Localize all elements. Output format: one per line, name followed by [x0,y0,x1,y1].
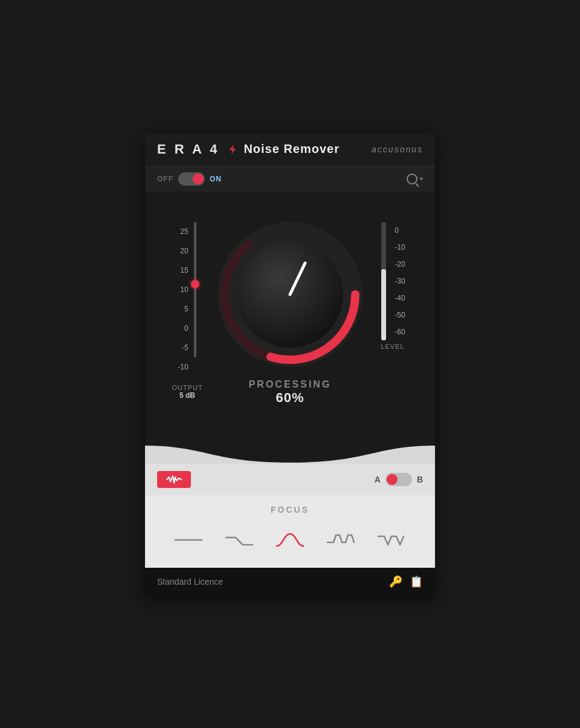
bandpass-filter-icon [274,529,306,551]
output-value: 5 dB [172,391,202,400]
scale-mark-neg10: -10 [178,357,188,377]
search-icon [407,174,417,184]
level-mark-neg30: -30 [395,273,405,290]
level-label: LEVEL [381,343,404,350]
dropdown-arrow-icon: ▾ [420,175,423,182]
main-inner: 25 20 15 10 5 0 -5 -10 OUTPUT [157,204,423,418]
off-label: OFF [157,175,173,183]
search-button[interactable]: ▾ [407,174,423,184]
filter-shape-lowshelf[interactable] [221,527,257,556]
scale-mark-25: 25 [180,222,188,241]
level-mark-neg60: -60 [395,323,405,340]
ab-a-label: A [375,475,381,484]
output-slider-section: 25 20 15 10 5 0 -5 -10 OUTPUT [163,216,211,400]
controls-bar: OFF ON ▾ [145,166,435,192]
power-toggle-area[interactable]: OFF ON [157,172,222,186]
level-mark-neg20: -20 [395,256,405,273]
processing-label: PROCESSING [249,379,332,390]
output-slider-handle[interactable] [191,280,199,288]
ab-toggle[interactable]: A B [375,473,423,486]
waveform-button[interactable] [157,471,191,488]
output-scale-row: 25 20 15 10 5 0 -5 -10 [178,222,196,377]
scale-mark-20: 20 [180,241,188,261]
level-scale-row: 0 -10 -20 -30 -40 -50 -60 [380,222,405,340]
processing-section: PROCESSING 60% [249,373,332,418]
main-panel: 25 20 15 10 5 0 -5 -10 OUTPUT [145,192,435,446]
level-mark-neg50: -50 [395,307,405,323]
plugin-name-label: Noise Remover [243,142,340,156]
ab-b-label: B [417,475,423,484]
power-toggle-switch[interactable] [178,172,205,186]
header-left: E R A 4 Noise Remover [157,141,340,157]
focus-title: FOCUS [157,505,423,515]
licence-text: Standard Licence [157,577,223,587]
slider-track-bg [194,222,196,357]
output-slider-track[interactable] [193,222,197,357]
key-icon[interactable]: 🔑 [389,575,402,588]
output-label: OUTPUT [172,384,202,391]
ab-switch[interactable] [385,473,412,486]
level-mark-neg10: -10 [395,239,405,256]
scale-mark-neg5: -5 [182,338,188,357]
footer-icons: 🔑 📋 [389,575,423,588]
level-meter-section: 0 -10 -20 -30 -40 -50 -60 LEVEL [369,216,417,350]
flat-filter-icon [173,529,204,551]
level-mark-neg40: -40 [395,290,405,307]
scale-mark-5: 5 [184,299,188,319]
main-knob[interactable] [211,216,369,373]
toggle-thumb [193,174,204,184]
notch-filter-icon [376,529,407,551]
output-scale: 25 20 15 10 5 0 -5 -10 [178,222,188,377]
level-scale: 0 -10 -20 -30 -40 -50 -60 [395,222,405,340]
level-fill [381,269,386,340]
plugin-container: E R A 4 Noise Remover accusonus OFF ON ▾ [145,133,435,596]
scale-mark-0: 0 [184,319,188,338]
wave-svg [145,446,435,464]
waveform-icon [166,475,182,484]
plugin-name-area: Noise Remover [227,142,340,156]
brand-logo: accusonus [372,145,423,154]
processing-value: 60% [249,390,332,406]
era-title: E R A 4 [157,141,219,157]
center-panel: PROCESSING 60% [211,216,369,418]
on-label: ON [210,175,222,183]
focus-section: FOCUS [145,495,435,568]
filter-shape-bell[interactable] [323,527,359,556]
header: E R A 4 Noise Remover accusonus [145,133,435,166]
wave-divider [145,446,435,464]
lowshelf-filter-icon [224,529,255,551]
book-icon[interactable]: 📋 [410,575,423,588]
knob-ring-svg [211,216,369,373]
filter-shape-notch[interactable] [373,527,410,556]
bottom-controls: A B [145,464,435,495]
scale-mark-10: 10 [180,280,188,299]
scale-mark-15: 15 [180,261,188,280]
level-mark-0: 0 [395,222,399,239]
footer: Standard Licence 🔑 📋 [145,568,435,596]
bell-filter-icon [325,529,356,551]
lightning-icon [227,144,239,155]
filter-shape-bandpass[interactable] [272,527,308,556]
ab-thumb [387,474,398,485]
level-bar [380,222,387,340]
filter-shapes [157,527,423,556]
filter-shape-flat[interactable] [170,527,207,556]
